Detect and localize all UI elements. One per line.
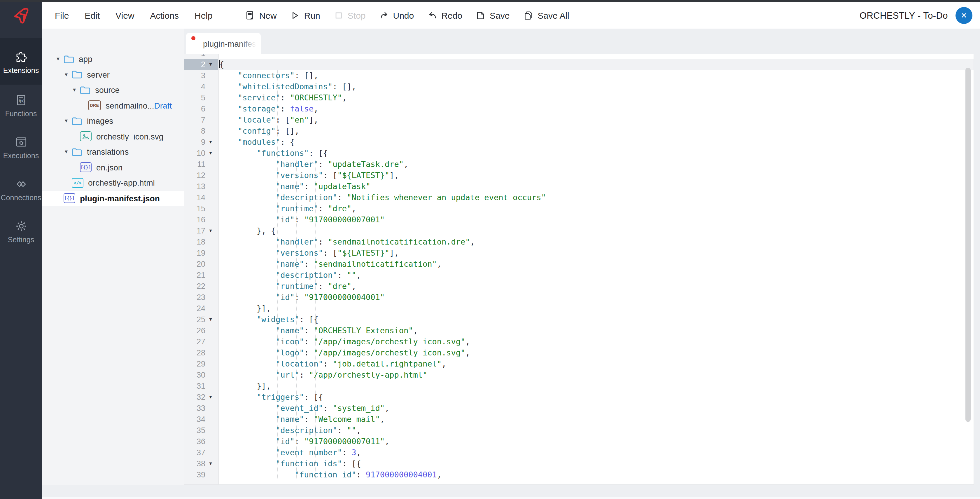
folder-icon xyxy=(72,70,82,79)
save-icon xyxy=(476,11,485,21)
new-document-icon xyxy=(245,11,255,21)
code-line-10: "functions": [{ xyxy=(219,148,974,159)
tree-item-plugin-manifest-json[interactable]: [{}]plugin-manifest.json xyxy=(42,191,184,206)
rail-item-label: Executions xyxy=(3,152,39,160)
menu-actions[interactable]: Actions xyxy=(150,11,179,21)
gutter-line-12: 12 xyxy=(185,170,218,181)
tree-item-label: server xyxy=(87,70,110,80)
fold-arrow-icon[interactable]: ▾ xyxy=(205,151,216,156)
tree-item-en-json[interactable]: [{}]en.json xyxy=(42,159,184,175)
tool-label: Run xyxy=(304,11,320,21)
tree-item-app[interactable]: ▾app xyxy=(42,51,184,67)
rail-item-connections[interactable]: Connections xyxy=(0,171,42,208)
code-line-25: "widgets": [{ xyxy=(219,314,974,325)
unsaved-dot-icon xyxy=(191,36,196,40)
menubar: FileEditViewActionsHelp xyxy=(55,11,213,21)
tab-plugin-manifest[interactable]: plugin-manifest.json xyxy=(186,33,261,54)
code-line-13: "name": "updateTask" xyxy=(219,181,974,192)
file-tree: ▾app▾server▾sourceDREsendmailno...Draft▾… xyxy=(42,29,184,206)
rail-item-label: Connections xyxy=(1,194,41,202)
gutter-line-4: 4 xyxy=(185,81,218,92)
code-line-37: "event_number": 3, xyxy=(219,447,974,458)
menu-view[interactable]: View xyxy=(116,11,134,21)
editor-gutter: 12▾3456789▾10▾11121314151617▾18192021222… xyxy=(185,54,219,485)
fold-arrow-icon[interactable]: ▾ xyxy=(205,139,216,145)
run-button[interactable]: Run xyxy=(290,11,320,21)
gutter-line-16: 16 xyxy=(185,214,218,225)
code-line-8: "config": [], xyxy=(219,126,974,137)
editor-scrollbar-thumb[interactable] xyxy=(966,68,970,422)
tool-label: New xyxy=(259,11,277,21)
code-area[interactable]: { "connectors": [], "whiteListedDomains"… xyxy=(219,54,974,485)
tool-label: Save xyxy=(490,11,509,21)
menu-help[interactable]: Help xyxy=(194,11,213,21)
code-line-26: "name": "ORCHESTLY Extension", xyxy=(219,325,974,336)
window-title: ORCHESTLY - To-Do xyxy=(859,10,948,21)
folder-icon xyxy=(72,117,82,126)
ide-window: FileEditViewActionsHelp NewRunStopUndoRe… xyxy=(0,0,980,499)
functions-icon: f(x) xyxy=(14,93,27,107)
undo-icon xyxy=(379,11,389,21)
gutter-line-15: 15 xyxy=(185,203,218,214)
json-file-icon: [{}] xyxy=(64,193,75,203)
chevron-down-icon[interactable]: ▾ xyxy=(65,72,72,78)
tree-item-label: orchestly-app.html xyxy=(88,178,155,188)
tab-label: plugin-manifest.json xyxy=(203,38,259,49)
code-line-34: "name": "Welcome mail", xyxy=(219,414,974,425)
code-line-27: "icon": "/app/images/orchestly_icon.svg"… xyxy=(219,336,974,347)
folder-icon xyxy=(72,148,82,156)
rail-item-label: Functions xyxy=(5,110,37,118)
fold-arrow-icon[interactable]: ▾ xyxy=(205,461,216,466)
menu-edit[interactable]: Edit xyxy=(84,11,100,21)
code-line-36: "id": "917000000007011", xyxy=(219,436,974,447)
gutter-line-20: 20 xyxy=(185,258,218,269)
tree-item-sendmailno-[interactable]: DREsendmailno...Draft xyxy=(42,98,184,113)
tree-item-images[interactable]: ▾images xyxy=(42,113,184,129)
rail-item-settings[interactable]: Settings xyxy=(0,213,42,250)
app-logo xyxy=(0,2,42,29)
rail-item-executions[interactable]: Executions xyxy=(0,129,42,166)
gutter-line-39: 39 xyxy=(185,469,218,480)
code-line-9: "modules": { xyxy=(219,137,974,148)
gutter-line-9: 9▾ xyxy=(185,137,218,148)
tree-item-orchestly-icon-svg[interactable]: orchestly_icon.svg xyxy=(42,129,184,144)
chevron-down-icon[interactable]: ▾ xyxy=(65,118,72,124)
tree-item-source[interactable]: ▾source xyxy=(42,82,184,98)
save-all-button[interactable]: Save All xyxy=(523,11,569,21)
undo-button[interactable]: Undo xyxy=(379,11,414,21)
connections-icon xyxy=(14,177,28,191)
svg-text:f(x): f(x) xyxy=(19,99,24,103)
tree-item-server[interactable]: ▾server xyxy=(42,67,184,82)
code-line-3: "connectors": [], xyxy=(219,70,974,81)
fold-arrow-icon[interactable]: ▾ xyxy=(205,62,216,67)
redo-button[interactable]: Redo xyxy=(427,11,462,21)
code-line-4: "whiteListedDomains": [], xyxy=(219,81,974,92)
rail-item-functions[interactable]: f(x)Functions xyxy=(0,87,42,124)
code-editor[interactable]: 12▾3456789▾10▾11121314151617▾18192021222… xyxy=(184,54,974,485)
header-right: ORCHESTLY - To-Do ✕ xyxy=(859,7,980,24)
code-line-32: "triggers": [{ xyxy=(219,392,974,403)
fold-arrow-icon[interactable]: ▾ xyxy=(205,317,216,322)
fold-arrow-icon[interactable]: ▾ xyxy=(205,395,216,400)
rail-item-extensions[interactable]: Extensions xyxy=(0,38,42,84)
save-button[interactable]: Save xyxy=(476,11,509,21)
chevron-down-icon[interactable]: ▾ xyxy=(65,149,72,155)
tree-item-label: source xyxy=(95,86,119,95)
left-rail: Extensionsf(x)FunctionsExecutionsConnect… xyxy=(0,2,42,499)
code-line-38: "function_ids": [{ xyxy=(219,458,974,469)
chevron-down-icon[interactable]: ▾ xyxy=(73,87,80,93)
fold-arrow-icon[interactable]: ▾ xyxy=(205,228,216,233)
executions-icon xyxy=(14,136,28,149)
menu-file[interactable]: File xyxy=(55,11,69,21)
gutter-line-22: 22 xyxy=(185,281,218,292)
close-icon[interactable]: ✕ xyxy=(956,7,972,24)
gutter-line-30: 30 xyxy=(185,370,218,381)
code-line-39: "function_id": 917000000004001, xyxy=(219,469,974,480)
tree-item-orchestly-app-html[interactable]: </>orchestly-app.html xyxy=(42,175,184,191)
gutter-line-11: 11 xyxy=(185,159,218,170)
new-button[interactable]: New xyxy=(245,11,277,21)
gutter-line-27: 27 xyxy=(185,336,218,347)
chevron-down-icon[interactable]: ▾ xyxy=(57,56,64,62)
tree-item-translations[interactable]: ▾translations xyxy=(42,144,184,159)
gutter-line-18: 18 xyxy=(185,236,218,247)
